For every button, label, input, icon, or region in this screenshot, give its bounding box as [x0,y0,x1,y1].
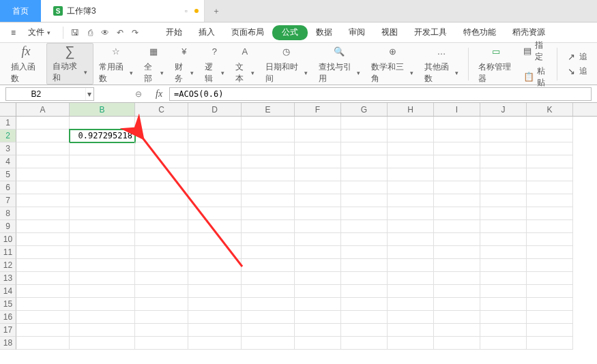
cell-G8[interactable] [341,207,388,220]
cell-F2[interactable] [295,130,341,142]
cell-I16[interactable] [434,311,480,324]
cell-J2[interactable] [480,130,527,142]
other-functions-button[interactable]: … 其他函数▾ [419,43,465,85]
cell-F9[interactable] [295,220,341,233]
cell-G17[interactable] [341,324,388,337]
tab-insert[interactable]: 插入 [190,22,223,42]
row-header-6[interactable]: 6 [0,181,16,194]
cell-E2[interactable] [242,130,295,142]
cell-B15[interactable] [70,298,135,311]
row-header-11[interactable]: 11 [0,246,16,259]
cell-B2[interactable]: 0.927295218 [70,130,135,142]
cell-C13[interactable] [135,272,188,285]
column-header-F[interactable]: F [295,103,341,116]
cell-D14[interactable] [188,285,242,298]
text-functions-button[interactable]: A 文本▾ [230,43,260,85]
cell-J4[interactable] [480,155,527,168]
column-header-D[interactable]: D [188,103,242,116]
cell-C18[interactable] [135,337,188,350]
cell-G2[interactable] [341,130,388,142]
cell-J8[interactable] [480,207,527,220]
cell-I3[interactable] [434,142,480,155]
cell-D7[interactable] [188,194,242,207]
cell-D2[interactable] [188,130,242,142]
cell-H5[interactable] [388,168,434,181]
cell-H18[interactable] [388,337,434,350]
cell-E4[interactable] [242,155,295,168]
cell-C12[interactable] [135,259,188,272]
cell-I4[interactable] [434,155,480,168]
cell-K17[interactable] [527,324,573,337]
cell-A12[interactable] [16,259,70,272]
cell-A2[interactable] [16,130,70,142]
cell-G13[interactable] [341,272,388,285]
cell-A13[interactable] [16,272,70,285]
cell-F18[interactable] [295,337,341,350]
cell-F1[interactable] [295,117,341,130]
tab-add-button[interactable]: ＋ [205,0,228,22]
cell-A14[interactable] [16,285,70,298]
row-header-15[interactable]: 15 [0,298,16,311]
cell-G15[interactable] [341,298,388,311]
cell-H3[interactable] [388,142,434,155]
tab-document[interactable]: S 工作簿3 ▫ [41,0,205,22]
cell-E7[interactable] [242,194,295,207]
cell-H17[interactable] [388,324,434,337]
formula-input[interactable] [169,87,592,101]
cell-C3[interactable] [135,142,188,155]
cell-C4[interactable] [135,155,188,168]
row-header-10[interactable]: 10 [0,233,16,246]
cell-D16[interactable] [188,311,242,324]
cell-J5[interactable] [480,168,527,181]
cell-F11[interactable] [295,246,341,259]
finance-functions-button[interactable]: ¥ 财务▾ [169,43,199,85]
cell-C1[interactable] [135,117,188,130]
cell-F3[interactable] [295,142,341,155]
cell-B6[interactable] [70,181,135,194]
cell-J12[interactable] [480,259,527,272]
cell-K9[interactable] [527,220,573,233]
cell-J14[interactable] [480,285,527,298]
cell-C10[interactable] [135,233,188,246]
cell-H12[interactable] [388,259,434,272]
cell-E13[interactable] [242,272,295,285]
cell-I9[interactable] [434,220,480,233]
cell-I10[interactable] [434,233,480,246]
cell-J18[interactable] [480,337,527,350]
cell-I11[interactable] [434,246,480,259]
cell-E1[interactable] [242,117,295,130]
cell-B16[interactable] [70,311,135,324]
cell-I6[interactable] [434,181,480,194]
cell-G18[interactable] [341,337,388,350]
cell-I15[interactable] [434,298,480,311]
preview-icon[interactable]: 👁 [98,25,113,40]
cell-K11[interactable] [527,246,573,259]
datetime-functions-button[interactable]: ◷ 日期和时间▾ [260,43,313,85]
cell-E14[interactable] [242,285,295,298]
lookup-functions-button[interactable]: 🔍 查找与引用▾ [313,43,366,85]
save-icon[interactable]: 🖫 [68,25,83,40]
cell-G3[interactable] [341,142,388,155]
cell-E12[interactable] [242,259,295,272]
column-header-C[interactable]: C [135,103,188,116]
row-header-18[interactable]: 18 [0,337,16,350]
cell-D1[interactable] [188,117,242,130]
cell-A4[interactable] [16,155,70,168]
cell-B17[interactable] [70,324,135,337]
cell-I17[interactable] [434,324,480,337]
cell-J13[interactable] [480,272,527,285]
cell-B3[interactable] [70,142,135,155]
cell-I2[interactable] [434,130,480,142]
tab-formula[interactable]: 公式 [272,25,308,40]
row-header-9[interactable]: 9 [0,220,16,233]
cell-H15[interactable] [388,298,434,311]
cell-E17[interactable] [242,324,295,337]
cell-K3[interactable] [527,142,573,155]
cell-A15[interactable] [16,298,70,311]
row-header-2[interactable]: 2 [0,130,16,142]
cell-J11[interactable] [480,246,527,259]
common-functions-button[interactable]: ☆ 常用函数▾ [93,43,139,85]
cell-D4[interactable] [188,155,242,168]
cell-A16[interactable] [16,311,70,324]
autosum-button[interactable]: ∑ 自动求和▾ [46,43,93,85]
